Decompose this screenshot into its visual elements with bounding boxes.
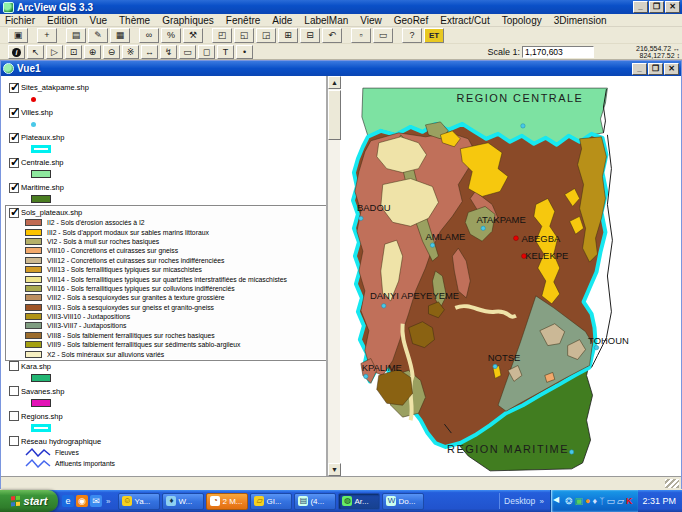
menu-labelman[interactable]: LabelMan	[298, 14, 354, 27]
callout-tool[interactable]: ◻	[198, 45, 215, 59]
menu-fen-tre[interactable]: Fenêtre	[220, 14, 266, 27]
layer-visibility-checkbox[interactable]	[9, 108, 19, 118]
menu-topology[interactable]: Topology	[496, 14, 548, 27]
chevron-icon[interactable]: »	[538, 497, 546, 506]
layer-visibility-checkbox[interactable]	[9, 133, 19, 143]
layer-visibility-checkbox[interactable]	[9, 83, 19, 93]
menu-3dimension[interactable]: 3Dimension	[548, 14, 613, 27]
zoom-in-fixed-button[interactable]: ⊞	[278, 28, 298, 43]
add-theme-button[interactable]: +	[37, 28, 57, 43]
legend-layer-r-seau-hydrographique[interactable]: Réseau hydrographiqueFleuvesAffluents im…	[7, 436, 326, 469]
menu-georef[interactable]: GeoRef	[388, 14, 434, 27]
menu-vue[interactable]: Vue	[84, 14, 113, 27]
vue-close-button[interactable]: ✕	[664, 63, 679, 75]
et-tools-button[interactable]: ET	[424, 28, 444, 43]
close-button[interactable]: ✕	[665, 1, 680, 13]
tray-icon-7[interactable]: K	[626, 496, 633, 506]
menu-graphiques[interactable]: Graphiques	[156, 14, 220, 27]
legend-layer-centrale-shp[interactable]: Centrale.shp	[7, 157, 326, 180]
taskbar-task--4-[interactable]: ▤(4...	[294, 493, 336, 510]
scale-input[interactable]	[522, 46, 594, 58]
save-button[interactable]: ▣	[8, 28, 28, 43]
horizontal-scrollbar[interactable]	[1, 476, 681, 489]
media-app-icon[interactable]: ◉	[76, 495, 88, 507]
label-tool[interactable]: ▭	[179, 45, 196, 59]
tray-icon-6[interactable]: ▱	[617, 496, 624, 506]
scroll-up-arrow[interactable]: ▲	[328, 76, 341, 89]
scroll-thumb[interactable]	[328, 90, 341, 140]
tray-icon-1[interactable]: ▣	[575, 496, 584, 506]
select-features-button[interactable]: ▫	[351, 28, 371, 43]
menu-th-me[interactable]: Thème	[113, 14, 156, 27]
taskbar-task-gi-[interactable]: ▱GI...	[250, 493, 292, 510]
menu-edition[interactable]: Edition	[41, 14, 84, 27]
zoom-previous-button[interactable]: ↶	[322, 28, 342, 43]
text-tool[interactable]: T	[217, 45, 234, 59]
menu-aide[interactable]: Aide	[266, 14, 298, 27]
zoom-in-tool[interactable]: ⊕	[84, 45, 101, 59]
maximize-button[interactable]: ❐	[649, 1, 664, 13]
zoom-selected-button[interactable]: ◲	[256, 28, 276, 43]
vue-restore-button[interactable]: ❐	[648, 63, 663, 75]
vue-minimize-button[interactable]: _	[632, 63, 647, 75]
tray-icon-2[interactable]: ●	[585, 496, 590, 506]
clear-selection-button[interactable]: ▭	[373, 28, 393, 43]
zoom-rectangle-tool[interactable]: ⊡	[65, 45, 82, 59]
layer-visibility-checkbox[interactable]	[9, 158, 19, 168]
taskbar-task-do-[interactable]: WDo...	[382, 493, 424, 510]
legend-layer-sols-plateaux-shp[interactable]: Sols_plateaux.shpII2 - Sols d'érosion as…	[7, 207, 326, 359]
desktop-toolbar[interactable]: Desktop »	[499, 493, 550, 509]
measure-tool[interactable]: ↔	[141, 45, 158, 59]
draw-point-tool[interactable]: •	[236, 45, 253, 59]
vertex-edit-tool[interactable]: ▷	[46, 45, 63, 59]
menu-extract-cut[interactable]: Extract/Cut	[434, 14, 495, 27]
layer-visibility-checkbox[interactable]	[9, 361, 19, 371]
legend-layer-savanes-shp[interactable]: Savanes.shp	[7, 386, 326, 409]
zoom-out-fixed-button[interactable]: ⊟	[300, 28, 320, 43]
legend-layer-regions-shp[interactable]: Regions.shp	[7, 411, 326, 434]
tray-icon-5[interactable]: ▭	[607, 496, 616, 506]
layer-visibility-checkbox[interactable]	[9, 183, 19, 193]
legend-layer-maritime-shp[interactable]: Maritime.shp	[7, 182, 326, 205]
layer-visibility-checkbox[interactable]	[9, 436, 19, 446]
layer-visibility-checkbox[interactable]	[9, 208, 19, 218]
legend-layer-kara-shp[interactable]: Kara.shp	[7, 361, 326, 384]
pointer-tool[interactable]: ↖	[27, 45, 44, 59]
help-button[interactable]: ?	[402, 28, 422, 43]
hotlink-tool[interactable]: ↯	[160, 45, 177, 59]
menu-fichier[interactable]: Fichier	[0, 14, 41, 27]
scroll-down-arrow[interactable]: ▼	[328, 463, 341, 476]
quick-launch-chevron[interactable]: »	[104, 497, 112, 506]
legend-scrollbar[interactable]: ▲ ▼	[327, 76, 340, 476]
layer-visibility-checkbox[interactable]	[9, 411, 19, 421]
open-table-button[interactable]: ▦	[110, 28, 130, 43]
taskbar-task-ar-[interactable]: ◍Ar...	[338, 493, 380, 510]
zoom-full-extent-button[interactable]: ◰	[212, 28, 232, 43]
resize-grip[interactable]	[665, 479, 679, 488]
zoom-out-tool[interactable]: ⊖	[103, 45, 120, 59]
tray-icon-0[interactable]: ❂	[565, 496, 573, 506]
legend-layer-sites-atakpame-shp[interactable]: Sites_atakpame.shp	[7, 82, 326, 105]
taskbar-task-2-m-[interactable]: ◔2 M...	[206, 493, 248, 510]
start-button[interactable]: start	[0, 490, 58, 512]
find-button[interactable]: ∞	[139, 28, 159, 43]
tray-icon-3[interactable]: ♦	[593, 496, 598, 506]
internet-explorer-icon[interactable]: e	[62, 495, 74, 507]
map-canvas[interactable]: REGION CENTRALEREGION MARITIMEBADOUATAKP…	[341, 76, 681, 476]
edit-legend-button[interactable]: ✎	[88, 28, 108, 43]
identify-tool[interactable]: i	[8, 45, 25, 59]
mail-app-icon[interactable]: ✉	[90, 495, 102, 507]
legend-layer-villes-shp[interactable]: Villes.shp	[7, 107, 326, 130]
menu-view[interactable]: View	[354, 14, 388, 27]
theme-properties-button[interactable]: ▤	[66, 28, 86, 43]
geoprocessing-button[interactable]: ⚒	[183, 28, 203, 43]
layer-visibility-checkbox[interactable]	[9, 386, 19, 396]
taskbar-task-ya-[interactable]: ☺Ya...	[118, 493, 160, 510]
minimize-button[interactable]: _	[633, 1, 648, 13]
legend-layer-plateaux-shp[interactable]: Plateaux.shp	[7, 132, 326, 155]
taskbar-task-w-[interactable]: ♦W...	[162, 493, 204, 510]
query-builder-button[interactable]: %	[161, 28, 181, 43]
tray-icon-4[interactable]: ᛉ	[599, 496, 604, 506]
map-view[interactable]: REGION CENTRALEREGION MARITIMEBADOUATAKP…	[341, 76, 681, 476]
zoom-active-theme-button[interactable]: ◱	[234, 28, 254, 43]
